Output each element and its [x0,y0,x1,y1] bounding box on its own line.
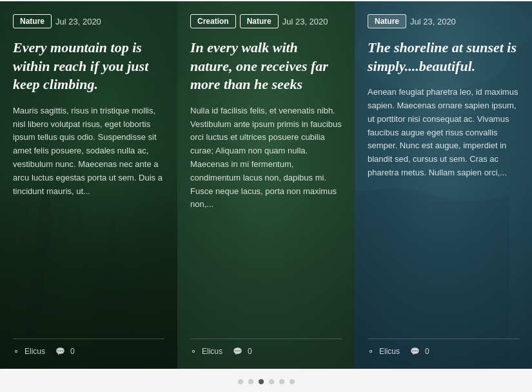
user-icon: ⚬ [13,347,19,356]
pagination-dot-1[interactable] [238,379,243,384]
card-2-title: In every walk with nature, one receives … [190,39,342,94]
card-1-content: NatureJul 23, 2020Every mountain top is … [0,1,177,369]
comment-icon: 💬 [410,347,420,356]
card-3-tag-nature[interactable]: Nature [368,14,406,28]
card-3-content: NatureJul 23, 2020The shoreline at sunse… [355,1,532,369]
card-2-date: Jul 23, 2020 [282,17,328,26]
cards-container: NatureJul 23, 2020Every mountain top is … [0,1,532,369]
comment-icon: 💬 [233,347,242,356]
card-2-tags: CreationNatureJul 23, 2020 [190,14,342,28]
pagination-dot-2[interactable] [248,379,253,384]
card-1-tag-nature[interactable]: Nature [13,14,52,28]
card-3: NatureJul 23, 2020The shoreline at sunse… [355,1,532,369]
card-1-title: Every mountain top is within reach if yo… [13,39,164,94]
card-3-body: Aenean feugiat pharetra leo, id maximus … [368,86,519,328]
card-3-author: ⚬Elicus [368,347,400,356]
user-icon: ⚬ [190,347,197,356]
card-1-footer: ⚬Elicus💬0 [13,338,164,356]
card-3-comments: 💬0 [410,347,429,356]
pagination-dot-3[interactable] [259,379,264,384]
pagination-dots [238,369,295,391]
card-2-footer: ⚬Elicus💬0 [190,338,342,356]
card-1-comments: 💬0 [55,347,75,356]
card-3-tags: NatureJul 23, 2020 [368,14,519,28]
comment-icon: 💬 [55,347,65,356]
card-1: NatureJul 23, 2020Every mountain top is … [0,1,177,369]
card-3-footer: ⚬Elicus💬0 [368,338,519,356]
card-2-author: ⚬Elicus [190,347,222,356]
pagination-dot-4[interactable] [269,379,274,384]
card-2-tag-creation[interactable]: Creation [190,14,236,28]
card-1-tags: NatureJul 23, 2020 [13,14,164,28]
card-3-date: Jul 23, 2020 [410,17,456,26]
card-2-content: CreationNatureJul 23, 2020In every walk … [177,1,355,369]
card-1-author: ⚬Elicus [13,347,45,356]
card-1-date: Jul 23, 2020 [55,17,101,26]
card-2-comments: 💬0 [233,347,252,356]
pagination-dot-6[interactable] [290,379,295,384]
card-1-body: Mauris sagittis, risus in tristique moll… [13,104,164,328]
card-3-title: The shoreline at sunset is simply....bea… [368,39,519,75]
pagination-dot-5[interactable] [279,379,284,384]
user-icon: ⚬ [368,347,374,356]
card-2-tag-nature[interactable]: Nature [240,14,279,28]
card-2-body: Nulla id facilisis felis, et venenatis n… [190,104,342,328]
card-2: CreationNatureJul 23, 2020In every walk … [177,1,355,369]
